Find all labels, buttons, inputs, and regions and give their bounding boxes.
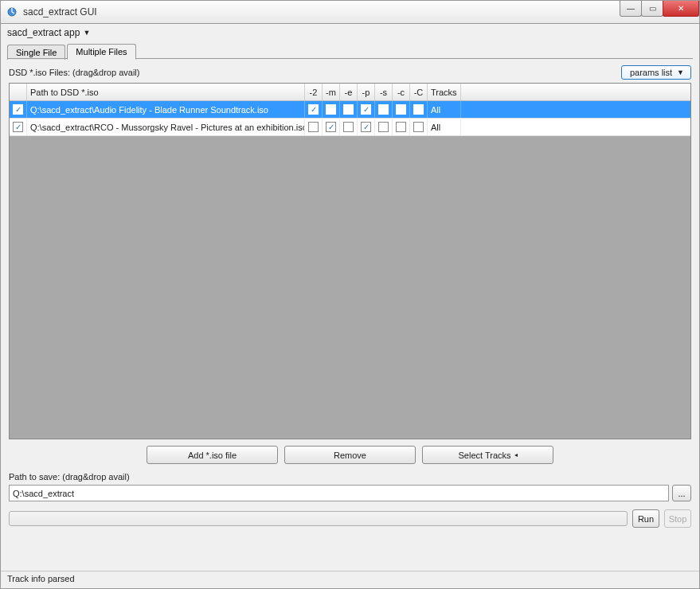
col-flag-m[interactable]: -m	[323, 84, 340, 100]
checkbox[interactable]	[326, 104, 336, 115]
col-select[interactable]	[10, 84, 27, 100]
checkbox[interactable]	[343, 104, 354, 115]
window-title: sacd_extract GUI	[23, 6, 97, 18]
close-button[interactable]: ✕	[663, 1, 699, 17]
window-controls: — ▭ ✕	[620, 1, 699, 17]
table-row[interactable]: ✓Q:\sacd_extract\Audio Fidelity - Blade …	[10, 101, 690, 119]
cell-tracks: All	[428, 101, 461, 118]
checkbox[interactable]: ✓	[361, 104, 371, 115]
col-flag-p[interactable]: -p	[358, 84, 375, 100]
remove-button[interactable]: Remove	[284, 446, 416, 464]
grid-header: Path to DSD *.iso -2 -m -e -p -s -c -C T…	[10, 84, 690, 101]
app-menu[interactable]: sacd_extract app ▼	[1, 24, 699, 41]
col-flag-2[interactable]: -2	[305, 84, 323, 100]
save-path-input[interactable]	[9, 485, 669, 501]
select-tracks-button[interactable]: Select Tracks ◂	[422, 446, 553, 464]
checkbox[interactable]	[378, 104, 389, 115]
tabs-row: Single File Multiple Files	[1, 41, 699, 59]
grid-body: ✓Q:\sacd_extract\Audio Fidelity - Blade …	[10, 101, 690, 136]
checkbox[interactable]	[308, 122, 319, 132]
col-flag-e[interactable]: -e	[340, 84, 358, 100]
cell-path: Q:\sacd_extract\RCO - Mussorgsky Ravel -…	[27, 119, 305, 135]
checkbox[interactable]: ✓	[13, 122, 23, 132]
checkbox[interactable]: ✓	[13, 104, 23, 115]
app-icon	[6, 6, 18, 18]
checkbox[interactable]	[343, 122, 354, 132]
progress-bar	[9, 511, 628, 526]
checkbox[interactable]: ✓	[308, 104, 319, 115]
run-button[interactable]: Run	[632, 509, 659, 528]
col-flag-c[interactable]: -c	[393, 84, 410, 100]
app-menu-label: sacd_extract app	[7, 27, 80, 38]
status-text: Track info parsed	[7, 574, 75, 583]
stop-button: Stop	[664, 509, 691, 528]
iso-files-grid[interactable]: Path to DSD *.iso -2 -m -e -p -s -c -C T…	[9, 83, 691, 439]
col-path[interactable]: Path to DSD *.iso	[27, 84, 305, 100]
checkbox[interactable]	[396, 122, 406, 132]
table-row[interactable]: ✓Q:\sacd_extract\RCO - Mussorgsky Ravel …	[10, 119, 690, 136]
col-flag-s[interactable]: -s	[375, 84, 393, 100]
save-path-label: Path to save: (drag&drop avail)	[9, 472, 130, 482]
status-bar: Track info parsed	[1, 571, 699, 588]
minimize-button[interactable]: —	[620, 1, 642, 17]
maximize-button[interactable]: ▭	[641, 1, 663, 17]
tab-panel-multiple: DSD *.iso Files: (drag&drop avail) param…	[1, 59, 699, 534]
checkbox[interactable]	[413, 104, 424, 115]
checkbox[interactable]: ✓	[361, 122, 371, 132]
browse-button[interactable]: ...	[672, 485, 691, 501]
checkbox[interactable]	[378, 122, 389, 132]
add-iso-button[interactable]: Add *.iso file	[147, 446, 278, 464]
checkbox[interactable]: ✓	[326, 122, 336, 132]
tab-multiple-files[interactable]: Multiple Files	[67, 44, 135, 60]
checkbox[interactable]	[413, 122, 424, 132]
checkbox[interactable]	[396, 104, 406, 115]
col-tracks[interactable]: Tracks	[428, 84, 461, 100]
chevron-down-icon: ▼	[677, 68, 684, 76]
triangle-left-icon: ◂	[514, 451, 518, 458]
cell-path: Q:\sacd_extract\Audio Fidelity - Blade R…	[27, 101, 305, 118]
dsd-files-label: DSD *.iso Files: (drag&drop avail)	[9, 68, 139, 77]
titlebar[interactable]: sacd_extract GUI — ▭ ✕	[0, 0, 700, 24]
content-frame: sacd_extract app ▼ Single File Multiple …	[0, 24, 700, 589]
params-list-button[interactable]: params list ▼	[621, 65, 691, 80]
col-flag-cc[interactable]: -C	[410, 84, 428, 100]
cell-tracks: All	[428, 119, 461, 135]
chevron-down-icon: ▼	[83, 29, 90, 37]
